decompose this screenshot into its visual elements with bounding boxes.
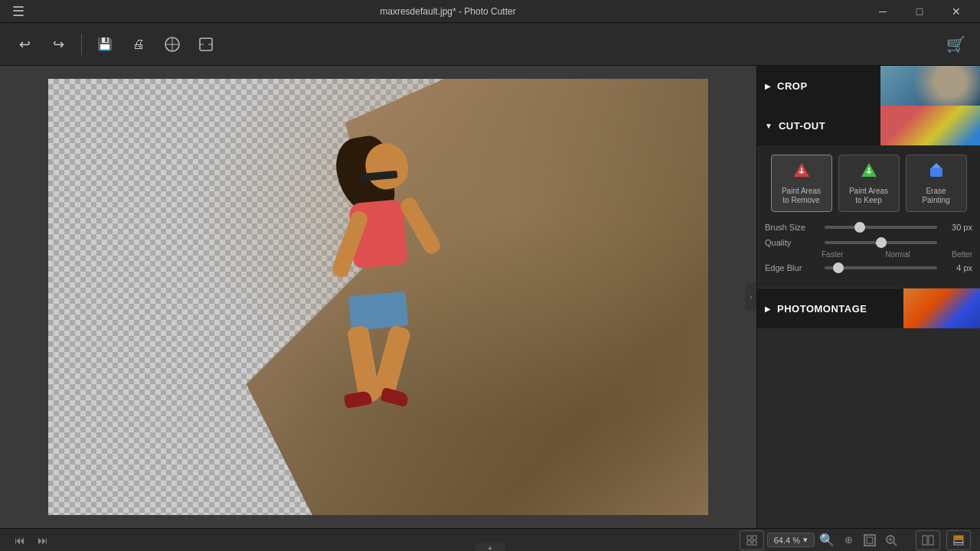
paint-remove-icon	[792, 161, 811, 184]
zoom-chevron: ▾	[803, 535, 808, 545]
zoom-controls: 64.4 % ▾ 🔍 ⊕	[740, 530, 900, 550]
person-shorts	[348, 292, 409, 331]
layers-icon	[952, 535, 965, 546]
cutout-section-header[interactable]: ▼ CUT-OUT	[757, 106, 980, 145]
crop-section-header[interactable]: ▶ CROP	[757, 66, 980, 106]
edge-blur-value: 4 px	[945, 263, 972, 272]
crop-arrow: ▶	[765, 82, 771, 90]
canvas-area[interactable]	[0, 66, 756, 528]
maximize-button[interactable]: □	[902, 0, 937, 23]
selection-icon	[198, 36, 214, 53]
brush-size-value: 30 px	[945, 223, 972, 232]
selection-button[interactable]	[191, 29, 221, 60]
cutout-label: CUT-OUT	[779, 120, 825, 132]
photomontage-label: PHOTOMONTAGE	[777, 303, 867, 315]
grid-button[interactable]	[740, 530, 764, 550]
menu-button[interactable]: ☰	[6, 0, 31, 23]
tool-buttons-row: Paint Areasto Remove Paint Areasto Keep	[765, 155, 972, 212]
svg-rect-13	[753, 536, 756, 540]
toolbar: ↩ ↪ 💾 🖨 🛒	[0, 23, 980, 66]
zoom-out-button[interactable]: 🔍	[818, 532, 836, 549]
svg-rect-22	[923, 536, 927, 545]
brush-size-label: Brush Size	[765, 223, 817, 232]
transform-icon	[164, 36, 181, 53]
titlebar: ☰ maxresdefault.jpg* - Photo Cutter ─ □ …	[0, 0, 980, 23]
view-toggle-icon	[922, 535, 934, 546]
photomontage-section-header[interactable]: ▶ PHOTOMONTAGE	[757, 289, 980, 328]
cutout-arrow: ▼	[765, 122, 773, 130]
toolbar-separator	[81, 34, 82, 55]
crop-label: CROP	[777, 80, 808, 92]
svg-rect-14	[747, 541, 751, 545]
undo-button[interactable]: ↩	[9, 29, 40, 60]
svg-rect-15	[753, 541, 756, 545]
erase-icon	[927, 161, 946, 184]
person-body	[294, 137, 462, 428]
print-button[interactable]: 🖨	[123, 29, 154, 60]
zoom-in-button[interactable]: ⊕	[839, 532, 858, 549]
svg-rect-17	[867, 537, 873, 543]
quality-labels: Faster Normal Better	[765, 250, 972, 263]
paint-remove-label: Paint Areasto Remove	[782, 187, 821, 205]
edge-blur-label: Edge Blur	[765, 263, 817, 272]
svg-rect-23	[929, 536, 933, 545]
quality-slider[interactable]	[825, 241, 937, 244]
svg-rect-25	[954, 540, 963, 543]
brush-size-slider[interactable]	[825, 226, 937, 229]
fit-icon	[863, 533, 877, 547]
view-toggle-button[interactable]	[916, 530, 940, 550]
erase-button[interactable]: ErasePainting	[906, 155, 967, 212]
right-panel: ▶ CROP ▼ CUT-OUT	[756, 66, 980, 528]
layers-button[interactable]	[946, 530, 971, 550]
quality-better-label: Better	[952, 250, 972, 259]
bottom-arrow-icon: ▲	[487, 544, 493, 551]
close-button[interactable]: ✕	[939, 0, 974, 23]
svg-marker-11	[932, 163, 941, 168]
svg-line-19	[893, 543, 897, 546]
svg-rect-16	[864, 535, 875, 546]
nav-controls: ⏮ ⏭	[9, 532, 54, 549]
brush-size-row: Brush Size 30 px	[765, 223, 972, 232]
person-subject	[294, 137, 462, 428]
bottom-collapse-arrow[interactable]: ▲	[475, 543, 505, 551]
cutout-section-content: Paint Areasto Remove Paint Areasto Keep	[757, 145, 980, 289]
person-shoe-left	[344, 390, 373, 409]
canvas-container	[48, 79, 708, 515]
paint-keep-label: Paint Areasto Keep	[849, 187, 888, 205]
edge-blur-row: Edge Blur 4 px	[765, 263, 972, 272]
redo-button[interactable]: ↪	[43, 29, 74, 60]
next-button[interactable]: ⏭	[32, 532, 54, 549]
person-shoe-right	[381, 386, 410, 406]
paint-keep-icon	[860, 161, 878, 184]
save-button[interactable]: 💾	[90, 29, 120, 60]
quality-row: Quality	[765, 238, 972, 247]
zoom-display[interactable]: 64.4 % ▾	[767, 533, 815, 547]
photomontage-arrow: ▶	[765, 305, 771, 313]
minimize-button[interactable]: ─	[865, 0, 900, 23]
erase-label: ErasePainting	[922, 187, 949, 205]
edge-blur-slider[interactable]	[825, 266, 937, 269]
paint-remove-button[interactable]: Paint Areasto Remove	[771, 155, 832, 212]
magnify-button[interactable]	[882, 532, 900, 549]
magnify-icon	[884, 533, 898, 547]
panel-collapse-arrow[interactable]: ›	[746, 283, 756, 311]
fit-button[interactable]	[861, 532, 879, 549]
transform-button[interactable]	[157, 29, 188, 60]
paint-keep-button[interactable]: Paint Areasto Keep	[838, 155, 900, 212]
svg-rect-12	[747, 536, 751, 540]
zoom-value: 64.4 %	[774, 536, 800, 545]
cart-button[interactable]: 🛒	[940, 29, 971, 60]
window-controls: ─ □ ✕	[865, 0, 974, 23]
quality-label: Quality	[765, 238, 817, 247]
prev-button[interactable]: ⏮	[9, 532, 31, 549]
svg-rect-26	[954, 543, 963, 545]
svg-rect-10	[930, 168, 942, 177]
main-area: › ▶ CROP ▼ CUT-OUT	[0, 66, 980, 528]
window-title: maxresdefault.jpg* - Photo Cutter	[31, 6, 865, 17]
grid-icon	[746, 535, 757, 546]
quality-normal-label: Normal	[885, 250, 910, 259]
quality-faster-label: Faster	[822, 250, 843, 259]
svg-rect-24	[954, 536, 963, 539]
